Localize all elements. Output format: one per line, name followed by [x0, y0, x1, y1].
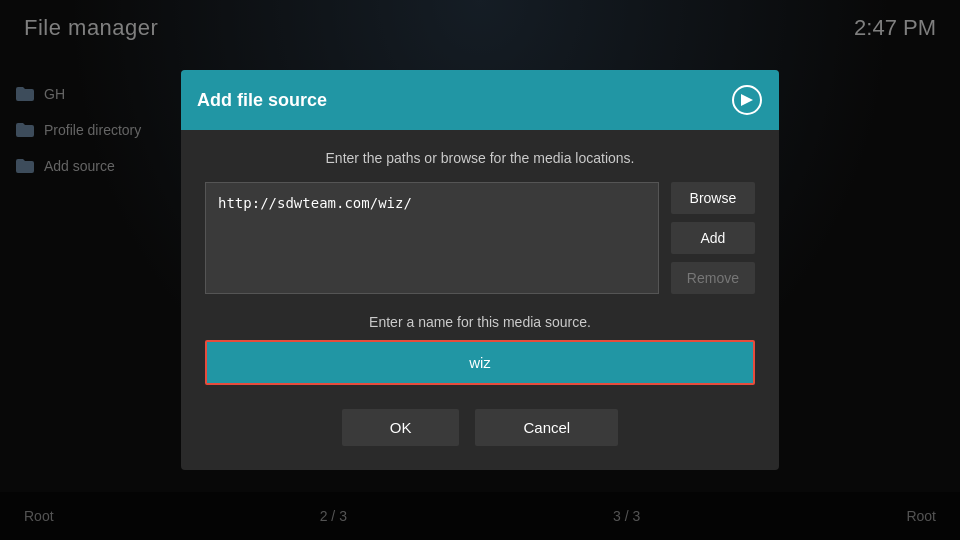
- url-buttons: Browse Add Remove: [671, 182, 755, 294]
- kodi-logo-icon: [731, 84, 763, 116]
- url-input[interactable]: http://sdwteam.com/wiz/: [218, 195, 646, 259]
- add-file-source-dialog: Add file source Enter the paths or brows…: [181, 70, 779, 470]
- name-input[interactable]: [205, 340, 755, 385]
- dialog-header: Add file source: [181, 70, 779, 130]
- add-button[interactable]: Add: [671, 222, 755, 254]
- dialog-actions: OK Cancel: [205, 401, 755, 450]
- name-description: Enter a name for this media source.: [205, 314, 755, 330]
- url-section: http://sdwteam.com/wiz/ Browse Add Remov…: [205, 182, 755, 294]
- name-section: Enter a name for this media source.: [205, 314, 755, 385]
- dialog-body: Enter the paths or browse for the media …: [181, 130, 779, 470]
- dialog-title: Add file source: [197, 90, 327, 111]
- cancel-button[interactable]: Cancel: [475, 409, 618, 446]
- ok-button[interactable]: OK: [342, 409, 460, 446]
- dialog-description: Enter the paths or browse for the media …: [205, 150, 755, 166]
- remove-button[interactable]: Remove: [671, 262, 755, 294]
- svg-marker-1: [741, 94, 753, 106]
- url-input-container[interactable]: http://sdwteam.com/wiz/: [205, 182, 659, 294]
- name-input-wrapper: [205, 340, 755, 385]
- modal-overlay: Add file source Enter the paths or brows…: [0, 0, 960, 540]
- browse-button[interactable]: Browse: [671, 182, 755, 214]
